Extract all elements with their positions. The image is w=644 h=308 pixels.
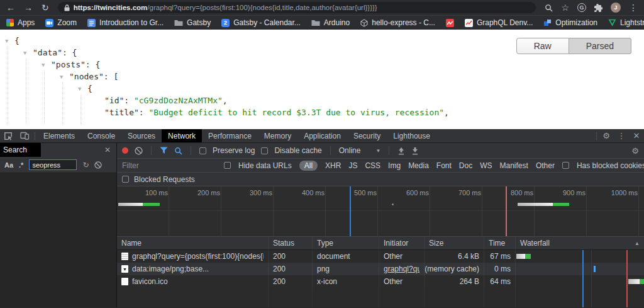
filter-type-manifest[interactable]: Manifest bbox=[500, 161, 528, 170]
divider bbox=[389, 146, 389, 155]
bookmark-lightstream[interactable]: Lightstream is a p... bbox=[608, 18, 644, 27]
tab-memory[interactable]: Memory bbox=[258, 129, 297, 142]
column-header-time[interactable]: Time bbox=[484, 237, 516, 249]
forward-icon[interactable]: → bbox=[24, 3, 33, 12]
clear-requests-icon[interactable] bbox=[135, 147, 143, 155]
tab-security[interactable]: Security bbox=[347, 129, 387, 142]
regex-button[interactable]: .* bbox=[19, 161, 23, 169]
bookmark-hello-express[interactable]: hello-express - C... bbox=[360, 18, 435, 27]
filter-type-img[interactable]: Img bbox=[388, 161, 401, 170]
parsed-button[interactable]: Parsed bbox=[569, 38, 631, 54]
bookmark-folder-gatsby[interactable]: Gatsby bbox=[174, 18, 211, 27]
back-icon[interactable]: ← bbox=[6, 3, 15, 12]
has-blocked-cookies-checkbox[interactable] bbox=[562, 162, 569, 169]
profile-avatar[interactable]: J bbox=[611, 3, 621, 13]
column-header-name[interactable]: Name bbox=[117, 237, 269, 249]
filter-type-js[interactable]: JS bbox=[348, 161, 357, 170]
column-header-type[interactable]: Type bbox=[313, 237, 379, 249]
throttling-dropdown[interactable]: Online ▼ bbox=[339, 146, 381, 155]
search-close-icon[interactable]: ✕ bbox=[99, 145, 116, 154]
hide-data-urls-checkbox[interactable] bbox=[224, 162, 231, 169]
table-row-data-png[interactable]: ▼data:image/png;base... 200 png graphql?… bbox=[117, 263, 644, 275]
network-search-icon[interactable] bbox=[174, 147, 182, 155]
devtools-close-icon[interactable]: ✕ bbox=[629, 131, 644, 140]
extension-g-icon[interactable]: G bbox=[577, 3, 586, 12]
filter-input[interactable] bbox=[122, 161, 216, 170]
import-har-icon[interactable] bbox=[397, 147, 405, 155]
filter-type-doc[interactable]: Doc bbox=[459, 161, 472, 170]
search-refresh-icon[interactable]: ↻ bbox=[82, 161, 89, 169]
tab-elements[interactable]: Elements bbox=[37, 129, 81, 142]
filter-type-font[interactable]: Font bbox=[436, 161, 452, 170]
search-clear-icon[interactable] bbox=[94, 161, 102, 169]
device-toolbar-icon[interactable] bbox=[16, 129, 33, 142]
blocked-requests-label: Blocked Requests bbox=[134, 175, 195, 184]
expand-arrow-icon[interactable]: ▼ bbox=[23, 47, 33, 59]
waterfall-download-bar bbox=[640, 279, 644, 284]
browser-menu-icon[interactable]: ⋮ bbox=[629, 3, 638, 12]
filter-type-media[interactable]: Media bbox=[408, 161, 429, 170]
column-header-size[interactable]: Size bbox=[425, 237, 484, 249]
disable-cache-checkbox[interactable] bbox=[261, 147, 268, 154]
bookmark-zoom[interactable]: Zoom bbox=[45, 18, 77, 27]
zoom-magnifier-icon[interactable] bbox=[545, 4, 553, 12]
column-header-waterfall[interactable]: Waterfall▲ bbox=[516, 237, 644, 249]
timeline-tick: 700 ms bbox=[443, 189, 481, 197]
filter-type-other[interactable]: Other bbox=[536, 161, 555, 170]
network-timeline-overview[interactable]: 100 ms 200 ms 300 ms 400 ms 500 ms 600 m… bbox=[117, 186, 644, 237]
tab-sources[interactable]: Sources bbox=[121, 129, 162, 142]
expand-arrow-icon[interactable]: ▼ bbox=[42, 59, 51, 71]
search-input[interactable] bbox=[29, 159, 77, 170]
filter-type-all[interactable]: All bbox=[299, 161, 318, 171]
initiator-link[interactable]: graphql?qu... bbox=[384, 265, 419, 273]
tab-application[interactable]: Application bbox=[297, 129, 347, 142]
filter-funnel-icon[interactable] bbox=[160, 147, 168, 154]
bookmark-introduction[interactable]: Introduction to Gr... bbox=[87, 18, 164, 27]
table-row-favicon[interactable]: favicon.ico 200 x-icon Other 264 B 64 ms bbox=[117, 275, 644, 288]
tab-network[interactable]: Network bbox=[162, 129, 202, 142]
column-header-initiator[interactable]: Initiator bbox=[379, 237, 425, 249]
blocked-requests-checkbox[interactable] bbox=[122, 176, 129, 183]
tab-console[interactable]: Console bbox=[81, 129, 121, 142]
inspect-element-icon[interactable] bbox=[0, 129, 16, 142]
bookmark-optimization[interactable]: Optimization bbox=[543, 18, 597, 27]
record-icon[interactable] bbox=[122, 147, 128, 154]
url-bar[interactable]: https://twincities.com/graphql?query={po… bbox=[58, 2, 536, 13]
network-settings-gear-icon[interactable]: ⚙ bbox=[631, 146, 639, 156]
devtools-settings-gear-icon[interactable]: ⚙ bbox=[599, 131, 614, 140]
bookmark-red-icon-only[interactable] bbox=[446, 19, 454, 27]
tab-lighthouse[interactable]: Lighthouse bbox=[387, 129, 436, 142]
request-waterfall bbox=[516, 263, 644, 275]
bookmark-gatsby-calendar[interactable]: 2Gatsby - Calendar... bbox=[221, 18, 301, 27]
lock-icon bbox=[64, 4, 70, 11]
filter-type-xhr[interactable]: XHR bbox=[325, 161, 341, 170]
expand-arrow-icon[interactable]: ▼ bbox=[78, 83, 87, 95]
request-time: 64 ms bbox=[484, 275, 516, 288]
expand-arrow-icon[interactable]: ▼ bbox=[60, 71, 69, 83]
search-tab[interactable]: Search bbox=[0, 143, 41, 157]
table-row-graphql[interactable]: graphql?query={posts(first:100){nodes{i.… bbox=[117, 250, 644, 263]
match-case-button[interactable]: Aa bbox=[4, 161, 13, 169]
folder-icon bbox=[174, 20, 183, 26]
tab-performance[interactable]: Performance bbox=[202, 129, 258, 142]
expand-arrow-icon[interactable]: ▼ bbox=[5, 35, 14, 47]
timeline-tick: 300 ms bbox=[235, 189, 272, 197]
bookmark-folder-arduino[interactable]: Arduino bbox=[311, 18, 350, 27]
preserve-log-checkbox[interactable] bbox=[199, 147, 206, 154]
waterfall-wait-bar bbox=[516, 254, 525, 259]
bookmark-graphql-denver[interactable]: GraphQL Denv... bbox=[465, 18, 533, 27]
devtools-menu-icon[interactable]: ⋮ bbox=[614, 131, 629, 140]
bookmark-apps[interactable]: Apps bbox=[6, 18, 35, 27]
extensions-puzzle-icon[interactable] bbox=[594, 4, 602, 12]
data-uri-expander-icon[interactable]: ▼ bbox=[121, 265, 128, 273]
filter-type-css[interactable]: CSS bbox=[365, 161, 380, 170]
request-time: 67 ms bbox=[484, 250, 516, 263]
column-header-status[interactable]: Status bbox=[269, 237, 313, 249]
reload-icon[interactable]: ↻ bbox=[42, 3, 49, 12]
url-text: https://twincities.com/graphql?query={po… bbox=[74, 4, 377, 11]
bookmark-label: Optimization bbox=[555, 18, 597, 27]
filter-type-ws[interactable]: WS bbox=[480, 161, 492, 170]
raw-button[interactable]: Raw bbox=[516, 38, 569, 54]
bookmark-star-icon[interactable]: ☆ bbox=[561, 3, 569, 12]
export-har-icon[interactable] bbox=[411, 147, 419, 155]
